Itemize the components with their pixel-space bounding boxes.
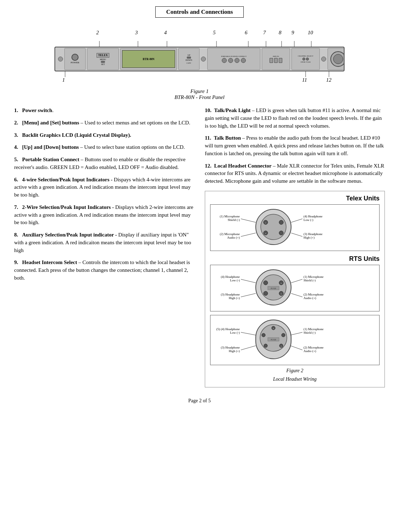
item-4: 4. [Up] and [Down] buttons – Used to sel… xyxy=(14,144,194,151)
figure2-caption-line2: Local Headset Wiring xyxy=(210,376,380,382)
svg-point-16 xyxy=(279,220,283,224)
svg-line-44 xyxy=(241,293,256,297)
item-12-number: 12. xyxy=(205,163,212,169)
telex-units-header: Telex Units xyxy=(210,195,380,202)
svg-text:(2) Microphone: (2) Microphone xyxy=(303,346,324,349)
svg-line-21 xyxy=(291,219,302,222)
svg-text:(5) (4) Headphone: (5) (4) Headphone xyxy=(216,327,240,331)
num-label-11: 11 xyxy=(302,77,307,83)
item-2-body: – Used to select menus and set options o… xyxy=(79,120,190,125)
figure2-panel: Telex Units + + xyxy=(205,191,385,387)
front-panel: POWER TELEX MENU SET BTR-80N xyxy=(54,47,345,71)
svg-line-22 xyxy=(241,233,256,236)
item-7-title: 2-Wire Selection/Peak Input Indicators - xyxy=(22,204,114,210)
telex-connector-box: + + (1) Microphone xyxy=(210,204,380,251)
svg-text:(1) Microphone: (1) Microphone xyxy=(220,215,240,218)
rts-units-header: RTS Units xyxy=(210,255,380,263)
svg-text:(3) Headphone: (3) Headphone xyxy=(221,346,240,349)
screw-r xyxy=(321,57,326,62)
svg-text:High (+): High (+) xyxy=(229,296,240,300)
svg-line-66 xyxy=(290,332,302,335)
item-6: 6. 4-wire Selection/Peak Input Indicator… xyxy=(14,176,194,199)
rts-connector-box-1: PUSH + + (4) Headphon xyxy=(210,265,380,311)
svg-text:Shield (-): Shield (-) xyxy=(303,279,316,282)
svg-text:PUSH: PUSH xyxy=(271,287,276,290)
item-1-title: Power switch xyxy=(22,107,52,113)
num-label-9: 9 xyxy=(291,30,294,36)
updown-section: UP DOWN COPY xyxy=(178,48,200,70)
svg-text:+: + xyxy=(265,222,266,224)
figure2-caption-line1: Figure 2 xyxy=(210,368,380,374)
svg-text:(4) Headphone: (4) Headphone xyxy=(221,275,240,279)
item-11-title: Talk Button xyxy=(214,135,241,141)
item-8: 8. Auxiliary Selection/Peak Input indica… xyxy=(14,231,194,254)
svg-text:Shield (-): Shield (-) xyxy=(303,331,316,334)
svg-line-20 xyxy=(241,219,256,222)
svg-line-68 xyxy=(290,346,302,350)
svg-text:(3) Headphone: (3) Headphone xyxy=(303,232,323,236)
content-columns: 1. Power switch. 2. [Menu] and [Set] but… xyxy=(14,107,385,387)
num-label-4: 4 xyxy=(164,30,167,36)
num-label-6: 6 xyxy=(245,30,248,36)
item-12-title: Local Headset Connector xyxy=(214,163,271,169)
num-label-10: 10 xyxy=(308,30,313,36)
item-10-number: 10. xyxy=(205,107,212,113)
top-number-row: 2 3 4 5 6 7 8 9 10 xyxy=(54,30,345,41)
front-panel-container: POWER TELEX MENU SET BTR-80N xyxy=(54,41,345,77)
svg-text:(1) Microphone: (1) Microphone xyxy=(303,275,324,279)
svg-text:(2) Microphone: (2) Microphone xyxy=(303,293,324,296)
svg-rect-13 xyxy=(261,214,286,240)
item-6-title: 4-wire Selection/Peak Input Indicators - xyxy=(22,177,113,182)
svg-text:Audio (+): Audio (+) xyxy=(303,296,316,300)
svg-text:PUSH: PUSH xyxy=(271,339,276,341)
menu-set-section: TELEX MENU SET xyxy=(87,48,119,70)
item-5-number: 5. xyxy=(14,157,18,162)
channel-section: CHANNEL SELECT ON/M. TALK xyxy=(291,48,320,70)
num-label-3: 3 xyxy=(135,30,138,36)
xlr-panel-section xyxy=(328,48,345,70)
svg-text:+: + xyxy=(281,345,282,348)
item-3: 3. Backlit Graphics LCD (Liquid Crystal … xyxy=(14,131,194,139)
rts-xlr-svg-1: PUSH + + (4) Headphon xyxy=(213,268,334,307)
svg-line-65 xyxy=(241,332,256,335)
svg-line-23 xyxy=(291,233,302,236)
svg-text:+: + xyxy=(265,232,266,235)
right-column: 10. Talk/Peak Light – LED is green when … xyxy=(205,107,385,387)
svg-line-67 xyxy=(241,346,256,350)
item-12: 12. Local Headset Connector – Male XLR c… xyxy=(205,162,385,185)
svg-point-61 xyxy=(282,333,285,337)
item-4-body: – Used to select base station options on… xyxy=(79,144,185,150)
item-10-title: Talk/Peak Light xyxy=(214,107,250,113)
svg-point-39 xyxy=(264,291,268,296)
item-9-title: Headset Intercom Select xyxy=(22,259,77,265)
svg-text:(3) Headphone: (3) Headphone xyxy=(221,293,240,296)
item-1: 1. Power switch. xyxy=(14,107,194,115)
title-box: Controls and Connections xyxy=(155,6,244,18)
figure1-caption-line2: BTR-80N - Front Panel xyxy=(174,94,225,100)
item-10: 10. Talk/Peak Light – LED is green when … xyxy=(205,107,385,130)
rts-connector-box-2: PUSH + + xyxy=(210,315,380,365)
num-label-1: 1 xyxy=(62,77,65,83)
svg-text:Low (-): Low (-) xyxy=(230,279,240,282)
bottom-number-row: 1 11 12 xyxy=(54,77,345,86)
item-7-number: 7. xyxy=(14,204,18,210)
item-6-number: 6. xyxy=(14,177,18,182)
item-3-number: 3. xyxy=(14,132,18,138)
svg-text:+: + xyxy=(281,293,282,296)
telex-units-title: Telex Units xyxy=(346,195,380,202)
num-label-12: 12 xyxy=(326,77,331,83)
tick-lines-top xyxy=(54,41,345,47)
item-2: 2. [Menu] and [Set] buttons – Used to se… xyxy=(14,119,194,127)
svg-point-36 xyxy=(264,281,268,285)
item-4-title: [Up] and [Down] buttons xyxy=(22,144,79,150)
num-label-5: 5 xyxy=(213,30,216,36)
num-label-7: 7 xyxy=(263,30,266,36)
svg-line-42 xyxy=(241,279,256,283)
item-11: 11. Talk Button – Press to enable the au… xyxy=(205,134,385,157)
svg-text:Audio (+): Audio (+) xyxy=(227,236,240,239)
item-1-number: 1. xyxy=(14,107,18,113)
inputs-section: INPUTS xyxy=(262,48,290,70)
svg-text:Low (-): Low (-) xyxy=(303,218,313,222)
rts-units-title: RTS Units xyxy=(349,255,380,262)
item-1-body: . xyxy=(52,107,54,113)
